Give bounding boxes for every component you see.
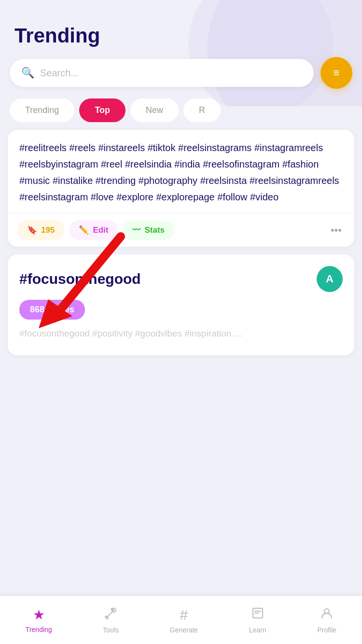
card2-title: #focusonthegood — [19, 271, 141, 287]
card2-hashtags-preview: #focusonthegood #positivity #goodvibes #… — [19, 326, 343, 341]
hashtag-card-2: #focusonthegood A 868 copies #focusonthe… — [8, 254, 354, 355]
nav-tools[interactable]: Tools — [95, 602, 126, 638]
trending-nav-icon: ★ — [33, 607, 45, 623]
search-bar[interactable]: 🔍 Search... — [10, 59, 314, 87]
search-placeholder: Search... — [40, 68, 79, 79]
edit-button[interactable]: ✏️ Edit — [69, 220, 118, 240]
search-container: 🔍 Search... ≡ — [0, 57, 362, 98]
hashtag-card-1: #reelitreels #reels #instareels #tiktok … — [8, 130, 354, 247]
stats-button[interactable]: 〰 Stats — [123, 221, 174, 240]
bottom-nav: ★ Trending Tools # Generate Learn — [0, 596, 362, 644]
tab-top[interactable]: Top — [79, 98, 125, 122]
nav-learn-label: Learn — [249, 626, 266, 634]
edit-icon: ✏️ — [79, 225, 89, 235]
edit-label: Edit — [93, 225, 108, 235]
more-button[interactable]: ••• — [328, 221, 345, 239]
generate-nav-icon: # — [180, 607, 188, 623]
nav-tools-label: Tools — [103, 626, 119, 634]
tab-r[interactable]: R — [183, 98, 221, 122]
hashtag-text: #reelitreels #reels #instareels #tiktok … — [8, 130, 354, 213]
bookmark-icon: 🔖 — [27, 225, 37, 235]
card-actions: 🔖 195 ✏️ Edit 〰 Stats ••• — [8, 213, 354, 247]
filter-icon: ≡ — [334, 67, 340, 79]
nav-learn[interactable]: Learn — [241, 602, 274, 638]
filter-button[interactable]: ≡ — [320, 57, 352, 89]
search-icon: 🔍 — [21, 67, 34, 79]
nav-profile-label: Profile — [317, 626, 336, 634]
avatar: A — [317, 266, 343, 292]
nav-trending-label: Trending — [26, 626, 52, 633]
tab-new[interactable]: New — [130, 98, 179, 122]
save-button[interactable]: 🔖 195 — [17, 220, 64, 240]
nav-generate[interactable]: # Generate — [162, 603, 206, 638]
learn-nav-icon — [251, 606, 265, 623]
nav-profile[interactable]: Profile — [309, 602, 344, 638]
page-title: Trending — [14, 24, 348, 47]
profile-nav-icon — [320, 606, 334, 623]
tools-nav-icon — [104, 606, 118, 623]
header: Trending — [0, 0, 362, 57]
stats-label: Stats — [144, 225, 165, 235]
card2-header: #focusonthegood A — [19, 266, 343, 292]
nav-trending[interactable]: ★ Trending — [18, 603, 60, 637]
save-count: 195 — [41, 225, 55, 235]
nav-generate-label: Generate — [170, 626, 198, 634]
tab-trending[interactable]: Trending — [10, 98, 74, 122]
stats-icon: 〰 — [132, 225, 140, 235]
copies-badge: 868 copies — [19, 300, 85, 320]
tabs-container: Trending Top New R — [0, 98, 362, 130]
